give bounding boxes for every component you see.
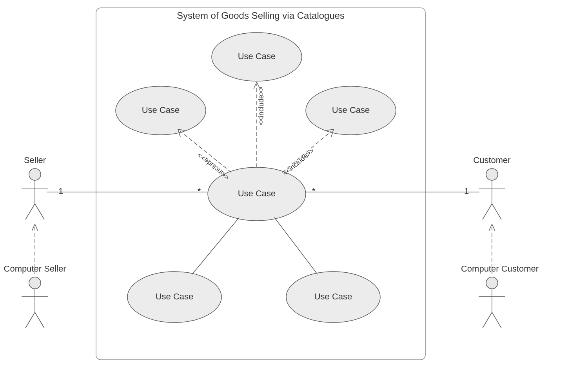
assoc-center-bottom-right bbox=[274, 218, 318, 274]
svg-text:1: 1 bbox=[464, 186, 469, 196]
svg-text:Use Case: Use Case bbox=[332, 105, 370, 115]
svg-text:Use Case: Use Case bbox=[238, 51, 276, 61]
include-center-to-left: <<include>> bbox=[178, 129, 231, 182]
usecase-bottom-right: Use Case bbox=[286, 272, 380, 323]
svg-text:Use Case: Use Case bbox=[238, 188, 276, 198]
svg-point-44 bbox=[486, 277, 498, 289]
svg-line-47 bbox=[483, 312, 492, 328]
use-case-diagram: System of Goods Selling via Catalogues U… bbox=[0, 0, 588, 377]
svg-line-34 bbox=[25, 312, 35, 328]
svg-text:Use Case: Use Case bbox=[314, 292, 352, 301]
assoc-seller-center: 1 * bbox=[47, 186, 208, 196]
svg-text:<<include>>: <<include>> bbox=[196, 151, 231, 182]
svg-text:Computer Customer: Computer Customer bbox=[461, 264, 539, 274]
assoc-center-bottom-left bbox=[192, 218, 239, 274]
include-center-to-top: <<include>> bbox=[254, 82, 265, 167]
system-title: System of Goods Selling via Catalogues bbox=[177, 10, 345, 21]
svg-line-42 bbox=[492, 204, 501, 219]
svg-line-41 bbox=[483, 204, 492, 219]
actor-seller: Seller bbox=[22, 155, 48, 219]
svg-text:Use Case: Use Case bbox=[156, 292, 194, 301]
svg-line-14 bbox=[180, 131, 231, 172]
usecase-left: Use Case bbox=[116, 86, 206, 135]
actor-computer-customer: Computer Customer bbox=[461, 264, 539, 328]
svg-line-35 bbox=[35, 312, 44, 328]
svg-point-25 bbox=[29, 169, 41, 180]
svg-line-28 bbox=[25, 204, 35, 219]
svg-text:*: * bbox=[198, 186, 201, 196]
svg-point-38 bbox=[486, 169, 498, 180]
assoc-customer-center: * 1 bbox=[306, 186, 479, 196]
usecase-right: Use Case bbox=[306, 86, 396, 135]
svg-text:<<include>>: <<include>> bbox=[257, 87, 265, 125]
usecase-bottom-left: Use Case bbox=[127, 272, 221, 323]
include-center-to-right: <<include>> bbox=[281, 129, 334, 178]
svg-text:Seller: Seller bbox=[24, 155, 46, 165]
svg-text:1: 1 bbox=[58, 186, 63, 196]
svg-line-48 bbox=[492, 312, 501, 328]
actor-customer: Customer bbox=[473, 155, 510, 219]
svg-text:Use Case: Use Case bbox=[142, 105, 180, 115]
usecase-top: Use Case bbox=[212, 33, 302, 81]
svg-text:<<include>>: <<include>> bbox=[281, 147, 316, 178]
svg-text:*: * bbox=[312, 186, 316, 196]
svg-text:Customer: Customer bbox=[473, 155, 510, 165]
svg-point-31 bbox=[29, 277, 41, 289]
svg-line-29 bbox=[35, 204, 44, 219]
